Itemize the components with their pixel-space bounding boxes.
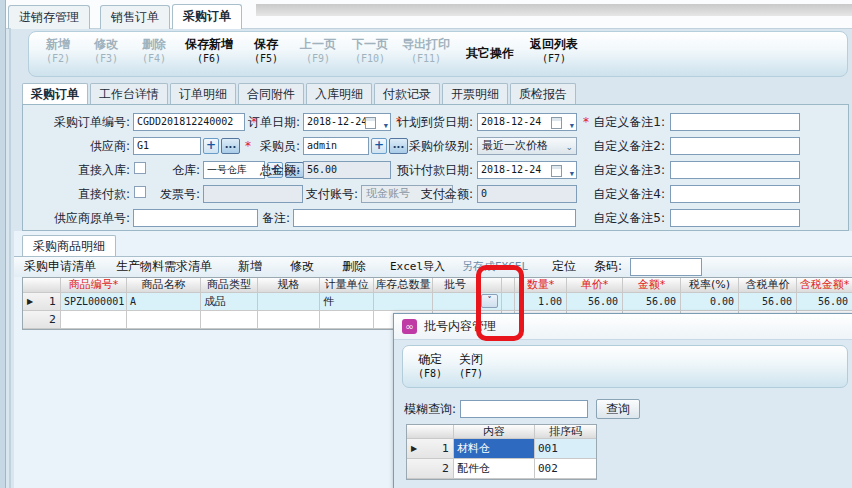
- plan-date-input[interactable]: 2018-12-24▼: [477, 113, 577, 131]
- add-button: 新增(F2): [38, 36, 78, 70]
- locate-button[interactable]: 定位: [552, 257, 576, 277]
- cell-product-code[interactable]: SPZL000001: [61, 293, 127, 311]
- col-spec[interactable]: 规格: [258, 278, 320, 293]
- col-unit[interactable]: 计量单位: [320, 278, 374, 293]
- col-batch[interactable]: 批号: [433, 278, 478, 293]
- cell-batch[interactable]: [433, 293, 478, 311]
- tab-contract-attachment[interactable]: 合同附件: [238, 83, 304, 105]
- note1-label: 自定义备注1:: [565, 112, 665, 132]
- note5-input[interactable]: [670, 209, 800, 227]
- grid-header-row: 内容 排序码: [407, 425, 596, 439]
- cell-sort-code[interactable]: 001: [535, 439, 596, 459]
- row-edit-button[interactable]: 修改: [290, 257, 314, 277]
- note1-input[interactable]: [670, 113, 800, 131]
- row-delete-button[interactable]: 删除: [342, 257, 366, 277]
- col-tax-price[interactable]: 含税单价: [739, 278, 797, 293]
- splitter[interactable]: [9, 28, 11, 488]
- col-tax-rate[interactable]: 税率(%): [681, 278, 739, 293]
- save-new-button[interactable]: 保存新增(F6): [180, 36, 238, 70]
- search-button[interactable]: 查询: [596, 399, 640, 419]
- cell-price[interactable]: 56.00: [567, 293, 623, 311]
- direct-pay-label: 直接付款:: [0, 184, 130, 204]
- price-level-select[interactable]: 最近一次价格⌄: [477, 137, 577, 155]
- cell-amount[interactable]: 56.00: [623, 293, 681, 311]
- save-button[interactable]: 保存(F5): [246, 36, 286, 70]
- row-selector[interactable]: ▶1: [407, 439, 454, 459]
- cell-empty[interactable]: [127, 311, 201, 329]
- cell-tax-amount[interactable]: 56.00: [797, 293, 852, 311]
- tab-payment-record[interactable]: 付款记录: [374, 83, 440, 105]
- plan-date-label: 计划到货日期:: [373, 112, 473, 132]
- pay-amount-label: 支付金额:: [373, 184, 473, 204]
- expect-pay-date-input[interactable]: 2018-12-24▼: [477, 161, 577, 179]
- cell-product-name[interactable]: A: [127, 293, 201, 311]
- cell-empty[interactable]: [61, 311, 127, 329]
- row-selector[interactable]: 2: [23, 311, 61, 329]
- col-product-code[interactable]: 商品编号*: [61, 278, 127, 293]
- order-date-label: 订单日期:: [180, 112, 300, 132]
- buyer-input[interactable]: admin: [303, 137, 369, 155]
- total-amount-label: 总金额:: [180, 160, 300, 180]
- tab-purchase-order[interactable]: 采购订单: [172, 4, 242, 29]
- grid-header-row: 商品编号* 商品名称 商品类型 规格 计量单位 库存总数量 批号 数量* 单价*…: [23, 278, 852, 293]
- fuzzy-search-input[interactable]: [460, 400, 588, 418]
- table-row[interactable]: 2 配件仓 002: [407, 459, 596, 479]
- tab-quality-report[interactable]: 质检报告: [510, 83, 576, 105]
- tab-purchase-order-detail[interactable]: 采购订单: [22, 83, 88, 105]
- dialog-title-bar[interactable]: ∞ 批号内容管理: [394, 314, 852, 340]
- col-amount[interactable]: 金额*: [623, 278, 681, 293]
- excel-import-button[interactable]: Excel导入: [390, 257, 445, 277]
- col-content[interactable]: 内容: [454, 425, 535, 439]
- tab-workbench-detail[interactable]: 工作台详情: [90, 83, 168, 105]
- supplier-ref-input[interactable]: [133, 209, 258, 227]
- material-demand-list-button[interactable]: 生产物料需求清单: [116, 257, 212, 277]
- row-selector[interactable]: ▶1: [23, 293, 61, 311]
- cell-tax-rate[interactable]: 0.00: [681, 293, 739, 311]
- direct-inbound-checkbox[interactable]: [134, 162, 146, 174]
- tab-inbound-detail[interactable]: 入库明细: [306, 83, 372, 105]
- cell-content[interactable]: 配件仓: [454, 459, 535, 479]
- col-sort-code[interactable]: 排序码: [535, 425, 596, 439]
- cell-stock-qty[interactable]: [374, 293, 433, 311]
- close-button[interactable]: 关闭(F7): [449, 351, 493, 383]
- note4-input[interactable]: [670, 185, 800, 203]
- cell-empty[interactable]: [258, 311, 320, 329]
- cell-empty[interactable]: [320, 311, 374, 329]
- cell-tax-price[interactable]: 56.00: [739, 293, 797, 311]
- tab-invoice-detail[interactable]: 开票明细: [442, 83, 508, 105]
- tab-product-detail[interactable]: 采购商品明细: [22, 235, 116, 257]
- cell-content[interactable]: 材料仓: [454, 439, 535, 459]
- other-actions-button[interactable]: 其它操作: [462, 36, 518, 70]
- tab-order-lines[interactable]: 订单明细: [170, 83, 236, 105]
- col-stock-qty[interactable]: 库存总数量: [374, 278, 433, 293]
- tab-sales-order[interactable]: 销售订单: [100, 5, 170, 29]
- cell-unit[interactable]: 件: [320, 293, 374, 311]
- table-row[interactable]: ▶1 材料仓 001: [407, 439, 596, 459]
- barcode-input[interactable]: [630, 258, 702, 276]
- fuzzy-search-label: 模糊查询:: [404, 399, 462, 419]
- confirm-button[interactable]: 确定(F8): [408, 351, 452, 383]
- note2-input[interactable]: [670, 137, 800, 155]
- buyer-label: 采购员:: [180, 136, 300, 156]
- cell-empty[interactable]: [201, 311, 258, 329]
- tab-inventory-management[interactable]: 进销存管理: [8, 5, 90, 29]
- note3-input[interactable]: [670, 161, 800, 179]
- row-selector-arrow-icon: ▶: [27, 293, 33, 310]
- calendar-icon: [551, 117, 562, 129]
- cell-sort-code[interactable]: 002: [535, 459, 596, 479]
- table-row[interactable]: ▶1 SPZL000001 A 成品 件 ˅ 1.00 56.00 56.00 …: [23, 293, 852, 311]
- supplier-ref-label: 供应商原单号:: [0, 208, 130, 228]
- detail-tab-bar: 采购订单 工作台详情 订单明细 合同附件 入库明细 付款记录 开票明细 质检报告: [22, 83, 578, 104]
- cell-product-type[interactable]: 成品: [201, 293, 258, 311]
- col-product-type[interactable]: 商品类型: [201, 278, 258, 293]
- row-add-button[interactable]: 新增: [238, 257, 262, 277]
- col-tax-amount[interactable]: 含税金额*: [797, 278, 852, 293]
- remark-input[interactable]: [293, 209, 576, 227]
- col-price[interactable]: 单价*: [567, 278, 623, 293]
- col-product-name[interactable]: 商品名称: [127, 278, 201, 293]
- cell-spec[interactable]: [258, 293, 320, 311]
- row-selector[interactable]: 2: [407, 459, 454, 479]
- back-to-list-button[interactable]: 返回列表(F7): [526, 36, 582, 70]
- direct-pay-checkbox[interactable]: [134, 186, 146, 198]
- purchase-request-list-button[interactable]: 采购申请清单: [24, 257, 96, 277]
